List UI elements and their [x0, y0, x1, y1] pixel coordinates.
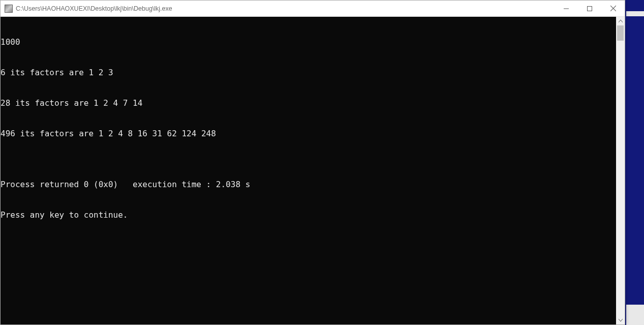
minimize-icon [564, 6, 569, 11]
close-icon [610, 6, 616, 11]
maximize-button[interactable] [578, 1, 601, 16]
background-strip-bottom [626, 305, 644, 325]
console-line: Process returned 0 (0x0) execution time … [1, 180, 616, 190]
titlebar[interactable]: C:\Users\HAOHAOXUEXI\Desktop\lkj\bin\Deb… [1, 1, 625, 17]
console-line: 496 its factors are 1 2 4 8 16 31 62 124… [1, 129, 616, 139]
svg-rect-1 [588, 6, 592, 11]
console-line: 28 its factors are 1 2 4 7 14 [1, 98, 616, 108]
chevron-down-icon [619, 319, 623, 321]
vertical-scrollbar[interactable] [616, 17, 625, 324]
scrollbar-track[interactable] [616, 25, 625, 316]
console-window: C:\Users\HAOHAOXUEXI\Desktop\lkj\bin\Deb… [0, 0, 625, 325]
console-line: 6 its factors are 1 2 3 [1, 68, 616, 78]
minimize-button[interactable] [555, 1, 578, 16]
console-line: Press any key to continue. [1, 210, 616, 220]
console-wrap: 1000 6 its factors are 1 2 3 28 its fact… [1, 17, 625, 324]
console-line: 1000 [1, 37, 616, 47]
maximize-icon [587, 6, 592, 11]
scrollbar-thumb[interactable] [617, 25, 624, 41]
scroll-up-button[interactable] [616, 17, 625, 25]
window-controls [555, 1, 625, 16]
chevron-up-icon [619, 20, 623, 22]
app-icon [5, 5, 13, 13]
background-strip-top [626, 11, 644, 16]
scroll-down-button[interactable] [616, 316, 625, 324]
window-title: C:\Users\HAOHAOXUEXI\Desktop\lkj\bin\Deb… [16, 5, 555, 12]
console-output[interactable]: 1000 6 its factors are 1 2 3 28 its fact… [1, 17, 616, 324]
close-button[interactable] [601, 1, 625, 16]
